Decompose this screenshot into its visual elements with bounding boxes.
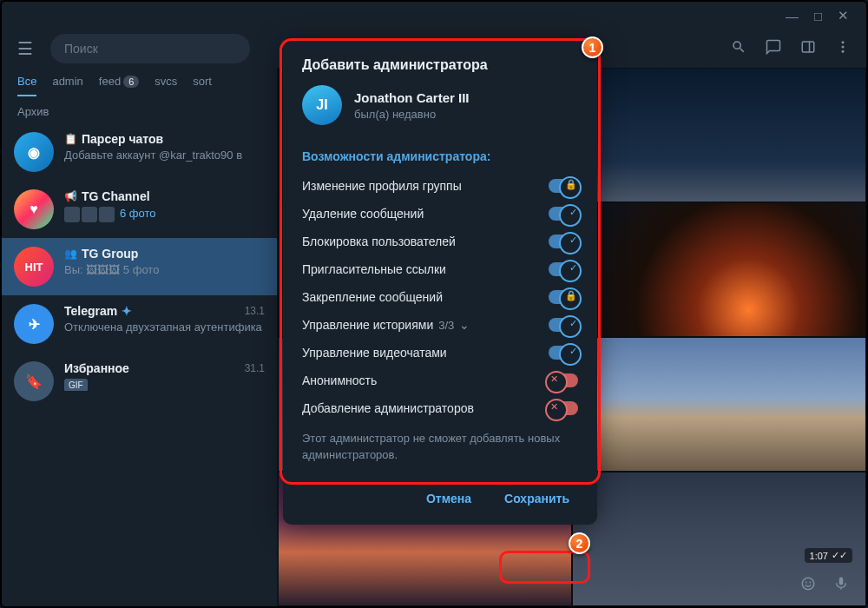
folder-tab[interactable]: feed6 — [99, 75, 139, 96]
permission-row: Управление видеочатами ✓ — [283, 339, 597, 367]
permission-toggle[interactable]: ✓ — [549, 346, 578, 360]
permission-label: Блокировка пользователей — [302, 235, 456, 248]
admin-modal: Добавить администратора JI Jonathon Cart… — [283, 42, 597, 525]
permission-label: Управление видеочатами — [302, 346, 447, 360]
permission-toggle[interactable]: ✓ — [549, 235, 578, 248]
permission-row: Изменение профиля группы 🔒 — [283, 172, 597, 200]
gallery-item[interactable] — [572, 202, 866, 337]
read-icon: ✓✓ — [832, 550, 847, 561]
user-name: Jonathon Carter III — [354, 90, 470, 105]
window-titlebar: — □ ✕ — [2, 2, 866, 30]
permission-toggle[interactable]: ✓ — [549, 318, 578, 332]
folder-tab[interactable]: sort — [193, 75, 212, 96]
permission-toggle[interactable]: ✕ — [549, 401, 578, 415]
save-button[interactable]: Сохранить — [490, 485, 583, 512]
chat-subtitle: Отключена двухэтапная аутентифика — [64, 321, 265, 334]
chat-avatar: ◉ — [14, 132, 54, 172]
permission-row: Пригласительные ссылки ✓ — [283, 255, 597, 283]
media-timestamp: 1:07 ✓✓ — [805, 548, 852, 563]
chat-avatar: 🔖 — [14, 361, 54, 401]
maximize-button[interactable]: □ — [814, 9, 822, 23]
chat-avatar: ♥ — [14, 189, 54, 229]
modal-note: Этот администратор не сможет добавлять н… — [283, 422, 597, 478]
permission-label: Управление историями 3/3 ⌄ — [302, 318, 470, 332]
user-status: был(а) недавно — [354, 108, 470, 121]
svg-point-6 — [806, 582, 807, 584]
permission-row: Добавление администраторов ✕ — [283, 394, 597, 422]
chat-subtitle: Добавьте аккаунт @kar_trakto90 в — [64, 149, 265, 162]
folder-tab[interactable]: Все — [17, 75, 36, 96]
folder-tab[interactable]: svcs — [155, 75, 177, 96]
svg-point-7 — [809, 582, 811, 584]
chat-name: 📢TG Channel — [64, 189, 265, 203]
svg-rect-0 — [802, 42, 814, 52]
search-input[interactable]: Поиск — [50, 34, 250, 63]
permission-toggle[interactable]: 🔒 — [549, 179, 578, 193]
chat-thumbs: 6 фото — [64, 207, 265, 222]
chat-list-item[interactable]: ✈ Telegram ✦13.1 Отключена двухэтапная а… — [2, 295, 277, 353]
modal-user-row[interactable]: JI Jonathon Carter III был(а) недавно — [283, 85, 597, 141]
svg-point-2 — [842, 41, 845, 43]
permission-label: Изменение профиля группы — [302, 179, 462, 193]
chat-avatar: HIT — [14, 247, 54, 287]
more-icon[interactable] — [835, 39, 851, 58]
permission-label: Закрепление сообщений — [302, 290, 443, 304]
gallery-item[interactable] — [572, 337, 866, 472]
user-avatar: JI — [302, 85, 342, 125]
chat-name: Telegram ✦13.1 — [64, 304, 265, 318]
minimize-button[interactable]: — — [786, 9, 799, 23]
folder-tab[interactable]: admin — [52, 75, 82, 96]
permission-toggle[interactable]: ✓ — [549, 262, 578, 276]
chat-list-item[interactable]: HIT 👥TG Group Вы: 🖼🖼🖼 5 фото — [2, 238, 277, 295]
permission-row: Закрепление сообщений 🔒 — [283, 283, 597, 311]
svg-point-3 — [842, 46, 845, 49]
annotation-marker-1: 1 — [582, 36, 603, 58]
permission-toggle[interactable]: 🔒 — [549, 290, 578, 304]
permission-row: Блокировка пользователей ✓ — [283, 228, 597, 255]
verified-icon: ✦ — [122, 304, 132, 318]
close-button[interactable]: ✕ — [838, 8, 849, 23]
chevron-down-icon[interactable]: ⌄ — [459, 318, 470, 332]
permission-row: Управление историями 3/3 ⌄ ✓ — [283, 311, 597, 339]
chat-list-item[interactable]: ♥ 📢TG Channel 6 фото — [2, 181, 277, 238]
chat-name: 📋Парсер чатов — [64, 132, 265, 146]
svg-point-5 — [802, 578, 814, 590]
perms-section-title: Возможности администратора: — [283, 141, 597, 172]
chat-name: Избранное31.1 — [64, 361, 265, 375]
chat-avatar: ✈ — [14, 304, 54, 344]
chat-name: 👥TG Group — [64, 247, 265, 261]
annotation-marker-2: 2 — [569, 532, 590, 554]
mic-icon[interactable] — [833, 576, 849, 595]
chat-list-pane: Всеadminfeed6svcssort Архив ◉ 📋Парсер ча… — [2, 68, 278, 606]
modal-title: Добавить администратора — [283, 57, 597, 85]
cancel-button[interactable]: Отмена — [412, 485, 485, 512]
comments-icon[interactable] — [766, 39, 781, 58]
permission-row: Удаление сообщений ✓ — [283, 200, 597, 228]
chat-list-item[interactable]: ◉ 📋Парсер чатов Добавьте аккаунт @kar_tr… — [2, 123, 277, 181]
emoji-icon[interactable] — [800, 576, 816, 595]
gallery-item[interactable] — [572, 68, 866, 202]
permission-toggle[interactable]: ✕ — [549, 373, 578, 387]
menu-icon[interactable]: ☰ — [17, 38, 38, 59]
search-icon[interactable] — [731, 39, 746, 58]
permission-toggle[interactable]: ✓ — [549, 207, 578, 221]
search-placeholder: Поиск — [64, 42, 98, 56]
permission-label: Удаление сообщений — [302, 207, 424, 221]
permission-row: Анонимность ✕ — [283, 367, 597, 394]
permission-label: Добавление администраторов — [302, 401, 474, 415]
sidepanel-icon[interactable] — [800, 39, 816, 58]
chat-list-item[interactable]: 🔖 Избранное31.1 GIF — [2, 353, 277, 410]
archive-label: Архив — [2, 96, 277, 123]
permission-label: Пригласительные ссылки — [302, 262, 446, 276]
chat-subtitle: Вы: 🖼🖼🖼 5 фото — [64, 263, 265, 276]
permission-label: Анонимность — [302, 373, 377, 387]
svg-point-4 — [842, 50, 845, 53]
